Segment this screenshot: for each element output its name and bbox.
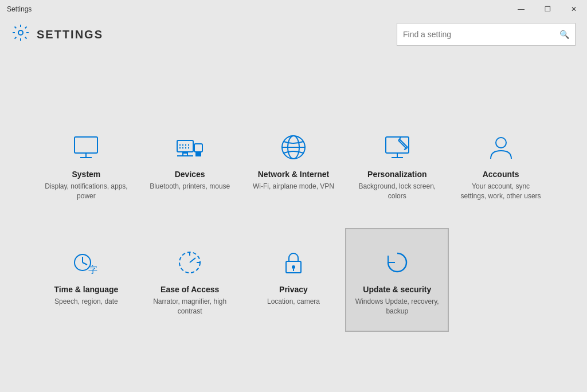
devices-desc: Bluetooth, printers, mouse <box>150 182 230 191</box>
network-desc: Wi-Fi, airplane mode, VPN <box>253 182 334 191</box>
titlebar-controls: — ❐ ✕ <box>508 0 587 18</box>
network-icon <box>276 131 311 163</box>
accounts-icon <box>484 131 518 163</box>
page-title: SETTINGS <box>37 28 103 41</box>
svg-point-39 <box>292 265 295 269</box>
setting-time[interactable]: 字 Time & language Speech, region, date <box>34 228 138 332</box>
titlebar: Settings — ❐ ✕ <box>0 0 587 18</box>
personalization-desc: Background, lock screen, colors <box>355 182 439 201</box>
header: SETTINGS 🔍 <box>0 18 587 53</box>
settings-grid-row1: System Display, notifications, apps, pow… <box>34 113 553 217</box>
system-label: System <box>72 170 100 179</box>
accounts-label: Accounts <box>483 170 519 179</box>
search-box[interactable]: 🔍 <box>397 23 576 46</box>
maximize-button[interactable]: ❐ <box>534 0 561 18</box>
setting-devices[interactable]: Devices Bluetooth, printers, mouse <box>138 113 242 217</box>
setting-update[interactable]: Update & security Windows Update, recove… <box>345 228 449 332</box>
settings-gear-icon <box>11 23 30 46</box>
ease-icon <box>173 246 207 278</box>
setting-network[interactable]: Network & Internet Wi-Fi, airplane mode,… <box>242 113 346 217</box>
search-icon: 🔍 <box>559 30 569 39</box>
system-icon <box>69 131 103 163</box>
network-label: Network & Internet <box>258 170 329 179</box>
svg-line-27 <box>406 147 408 148</box>
time-desc: Speech, region, date <box>54 297 118 307</box>
ease-desc: Narrator, magnifier, high contrast <box>148 297 232 316</box>
setting-personalization[interactable]: Personalization Background, lock screen,… <box>345 113 449 217</box>
svg-line-33 <box>83 262 87 265</box>
devices-label: Devices <box>175 170 205 179</box>
devices-icon <box>173 131 207 163</box>
setting-accounts[interactable]: Accounts Your account, sync settings, wo… <box>449 113 553 217</box>
svg-line-28 <box>404 148 406 150</box>
accounts-desc: Your account, sync settings, work, other… <box>459 182 543 201</box>
setting-system[interactable]: System Display, notifications, apps, pow… <box>34 113 138 217</box>
svg-rect-8 <box>196 153 201 154</box>
ease-label: Ease of Access <box>161 285 219 294</box>
svg-rect-4 <box>177 140 193 152</box>
svg-point-30 <box>496 138 506 148</box>
svg-point-0 <box>18 30 23 35</box>
minimize-button[interactable]: — <box>508 0 534 18</box>
update-icon <box>380 246 414 278</box>
setting-privacy[interactable]: Privacy Location, camera <box>242 228 346 332</box>
svg-text:字: 字 <box>88 265 97 275</box>
update-label: Update & security <box>363 285 431 294</box>
personalization-label: Personalization <box>367 170 426 179</box>
svg-rect-1 <box>75 137 97 153</box>
close-button[interactable]: ✕ <box>561 0 587 18</box>
settings-grid-row2: 字 Time & language Speech, region, date E… <box>34 228 553 332</box>
setting-ease[interactable]: Ease of Access Narrator, magnifier, high… <box>138 228 242 332</box>
personalization-icon <box>380 131 414 163</box>
time-label: Time & language <box>54 285 119 294</box>
privacy-label: Privacy <box>279 285 308 294</box>
update-desc: Windows Update, recovery, backup <box>355 297 439 316</box>
time-icon: 字 <box>69 246 103 278</box>
svg-rect-5 <box>194 144 202 152</box>
search-input[interactable] <box>403 30 559 39</box>
svg-rect-9 <box>196 155 201 156</box>
titlebar-title: Settings <box>7 5 32 13</box>
main-content: System Display, notifications, apps, pow… <box>0 53 587 392</box>
header-left: SETTINGS <box>11 23 103 46</box>
privacy-desc: Location, camera <box>267 297 320 307</box>
system-desc: Display, notifications, apps, power <box>44 182 128 201</box>
privacy-icon <box>276 246 311 278</box>
svg-line-26 <box>398 139 400 140</box>
